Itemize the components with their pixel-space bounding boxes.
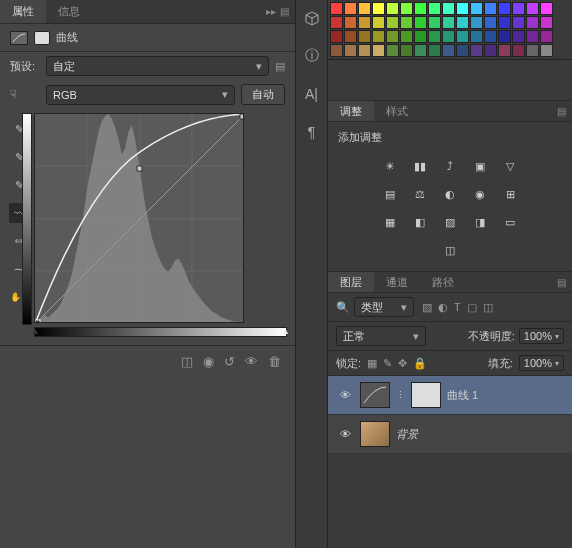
swatch[interactable] [484, 44, 497, 57]
bw-icon[interactable]: ◐ [440, 185, 460, 203]
swatch[interactable] [358, 2, 371, 15]
swatch[interactable] [484, 2, 497, 15]
swatch[interactable] [540, 44, 553, 57]
lookup-icon[interactable]: ▦ [380, 213, 400, 231]
swatch[interactable] [470, 2, 483, 15]
collapse-icon[interactable]: ▸▸ [266, 6, 276, 17]
auto-button[interactable]: 自动 [241, 84, 285, 105]
vibrance-icon[interactable]: ▽ [500, 157, 520, 175]
swatch[interactable] [330, 16, 343, 29]
visibility-toggle-icon[interactable]: 👁 [336, 428, 354, 440]
mask-thumb[interactable] [411, 382, 441, 408]
swatch[interactable] [526, 44, 539, 57]
selective-icon[interactable]: ◫ [440, 241, 460, 259]
reset-icon[interactable]: ↺ [224, 354, 235, 369]
swatch[interactable] [386, 2, 399, 15]
layer-row[interactable]: 👁 背景 [328, 415, 572, 454]
brightness-icon[interactable]: ☀ [380, 157, 400, 175]
blend-mode-select[interactable]: 正常 [336, 326, 426, 346]
exposure-icon[interactable]: ▣ [470, 157, 490, 175]
curves-icon[interactable]: ⤴ [440, 157, 460, 175]
swatch[interactable] [428, 30, 441, 43]
swatch[interactable] [512, 44, 525, 57]
swatch[interactable] [358, 30, 371, 43]
swatch[interactable] [400, 44, 413, 57]
swatch[interactable] [456, 30, 469, 43]
layer-thumb[interactable] [360, 382, 390, 408]
swatch[interactable] [414, 16, 427, 29]
lock-all-icon[interactable]: 🔒 [413, 357, 427, 370]
swatch[interactable] [442, 44, 455, 57]
tab-layers[interactable]: 图层 [328, 272, 374, 292]
fill-input[interactable]: 100% [519, 355, 564, 371]
swatch[interactable] [400, 16, 413, 29]
swatch[interactable] [358, 44, 371, 57]
hue-icon[interactable]: ▤ [380, 185, 400, 203]
swatch[interactable] [470, 44, 483, 57]
swatch[interactable] [358, 16, 371, 29]
tab-styles[interactable]: 样式 [374, 101, 420, 121]
channel-mixer-icon[interactable]: ⊞ [500, 185, 520, 203]
visibility-icon[interactable]: 👁 [245, 354, 258, 369]
swatch[interactable] [344, 30, 357, 43]
swatch[interactable] [428, 44, 441, 57]
filter-smart-icon[interactable]: ◫ [483, 301, 493, 314]
swatch[interactable] [456, 16, 469, 29]
filter-shape-icon[interactable]: ▢ [467, 301, 477, 314]
lock-pos-icon[interactable]: ✥ [398, 357, 407, 370]
swatch[interactable] [526, 2, 539, 15]
finger-icon[interactable]: ☟ [10, 88, 40, 101]
layer-name[interactable]: 背景 [396, 427, 418, 442]
swatch[interactable] [344, 2, 357, 15]
threshold-icon[interactable]: ◨ [470, 213, 490, 231]
swatch[interactable] [400, 2, 413, 15]
info-icon[interactable]: ⓘ [300, 44, 324, 68]
swatch[interactable] [344, 44, 357, 57]
layer-name[interactable]: 曲线 1 [447, 388, 478, 403]
swatch[interactable] [372, 30, 385, 43]
swatch[interactable] [386, 44, 399, 57]
swatch[interactable] [330, 44, 343, 57]
channel-select[interactable]: RGB [46, 85, 235, 105]
swatch[interactable] [400, 30, 413, 43]
tab-adjustments[interactable]: 调整 [328, 101, 374, 121]
preset-select[interactable]: 自定 [46, 56, 269, 76]
tab-properties[interactable]: 属性 [0, 0, 46, 23]
swatch[interactable] [330, 2, 343, 15]
photo-filter-icon[interactable]: ◉ [470, 185, 490, 203]
filter-adjust-icon[interactable]: ◐ [438, 301, 448, 314]
swatch[interactable] [540, 30, 553, 43]
swatch[interactable] [414, 2, 427, 15]
layer-thumb[interactable] [360, 421, 390, 447]
swatch[interactable] [414, 30, 427, 43]
swatch[interactable] [512, 16, 525, 29]
swatch[interactable] [470, 30, 483, 43]
swatch[interactable] [526, 16, 539, 29]
swatch[interactable] [484, 30, 497, 43]
swatch[interactable] [386, 30, 399, 43]
swatch[interactable] [372, 16, 385, 29]
filter-pixel-icon[interactable]: ▧ [422, 301, 432, 314]
opacity-input[interactable]: 100% [519, 328, 564, 344]
swatch[interactable] [372, 44, 385, 57]
swatch[interactable] [414, 44, 427, 57]
swatch[interactable] [456, 2, 469, 15]
view-previous-icon[interactable]: ◉ [203, 354, 214, 369]
swatch[interactable] [442, 2, 455, 15]
invert-icon[interactable]: ◧ [410, 213, 430, 231]
curves-graph[interactable] [34, 113, 244, 323]
levels-icon[interactable]: ▮▮ [410, 157, 430, 175]
swatch[interactable] [372, 2, 385, 15]
lock-trans-icon[interactable]: ▦ [367, 357, 377, 370]
swatch[interactable] [540, 2, 553, 15]
posterize-icon[interactable]: ▨ [440, 213, 460, 231]
layer-kind-select[interactable]: 类型 [354, 297, 414, 317]
swatch[interactable] [498, 16, 511, 29]
clip-icon[interactable]: ◫ [181, 354, 193, 369]
link-icon[interactable]: ⋮ [396, 390, 405, 400]
character-icon[interactable]: A| [300, 82, 324, 106]
3d-icon[interactable] [300, 6, 324, 30]
swatch[interactable] [512, 2, 525, 15]
tab-paths[interactable]: 路径 [420, 272, 466, 292]
swatch[interactable] [428, 16, 441, 29]
